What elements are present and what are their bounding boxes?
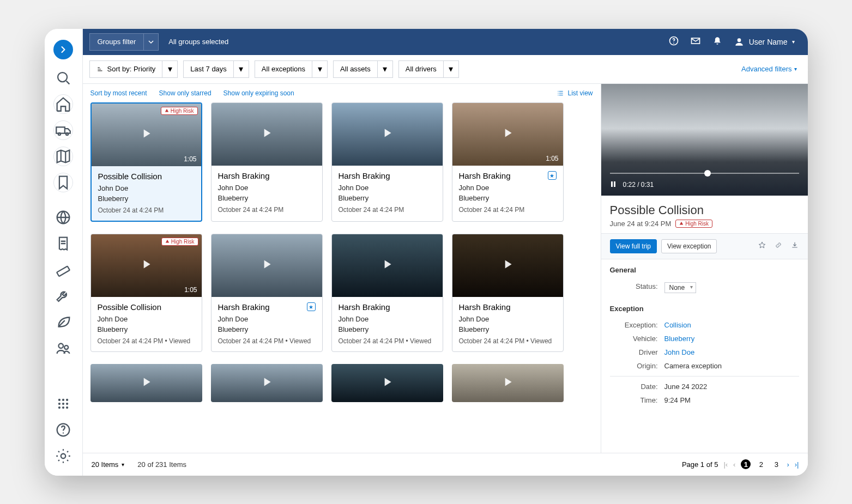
- status-label: Status:: [610, 282, 664, 293]
- page-first[interactable]: |‹: [723, 460, 728, 469]
- people-nav[interactable]: [53, 338, 73, 358]
- exceptions-label: All exceptions: [262, 65, 305, 73]
- card-thumbnail[interactable]: [332, 103, 443, 166]
- page-3[interactable]: 3: [771, 459, 781, 469]
- list-view-toggle[interactable]: List view: [557, 89, 593, 97]
- chevron-down-icon: ▾: [794, 66, 797, 72]
- notifications-button[interactable]: [712, 35, 723, 48]
- card-thumbnail[interactable]: [212, 103, 322, 166]
- chevron-down-icon: ▾: [377, 61, 392, 77]
- card-thumbnail[interactable]: [212, 234, 322, 297]
- general-section: General Status: None: [601, 259, 808, 298]
- bookmark-nav[interactable]: [53, 173, 73, 192]
- card-thumbnail[interactable]: [331, 364, 443, 402]
- card-asset: Blueberry: [459, 193, 557, 204]
- fleet-nav[interactable]: [53, 120, 73, 140]
- receipt-nav[interactable]: [53, 234, 73, 253]
- ruler-nav[interactable]: [53, 260, 73, 280]
- drivers-select[interactable]: All drivers ▾: [398, 60, 459, 78]
- video-seekbar[interactable]: [610, 173, 799, 174]
- link-button[interactable]: [774, 241, 783, 252]
- status-select[interactable]: None: [664, 282, 697, 293]
- date-label: Date:: [610, 382, 664, 391]
- apps-nav[interactable]: [53, 394, 73, 414]
- card-thumbnail[interactable]: [332, 234, 443, 297]
- groups-filter-label[interactable]: Groups filter: [89, 33, 144, 51]
- svg-point-21: [673, 42, 674, 44]
- event-card[interactable]: Harsh BrakingJohn DoeBlueberryOctober 24…: [211, 102, 323, 222]
- play-icon: [380, 257, 394, 274]
- page-2[interactable]: 2: [756, 459, 766, 469]
- seek-knob[interactable]: [704, 170, 711, 177]
- vehicle-value[interactable]: Blueberry: [664, 335, 799, 343]
- download-button[interactable]: [790, 241, 799, 252]
- sort-recent-link[interactable]: Sort by most recent: [90, 89, 147, 97]
- video-player[interactable]: 0:22 / 0:31: [601, 84, 808, 196]
- event-card[interactable]: [211, 364, 323, 402]
- expand-sidebar-button[interactable]: [53, 40, 73, 59]
- event-card[interactable]: 1:05High RiskPossible CollisionJohn DoeB…: [90, 102, 202, 222]
- play-icon: [380, 126, 394, 142]
- gear-icon: [54, 447, 72, 465]
- date-range-select[interactable]: Last 7 days ▾: [183, 60, 249, 78]
- show-expiring-link[interactable]: Show only expiring soon: [223, 89, 294, 97]
- globe-nav[interactable]: [53, 208, 73, 227]
- card-date: October 24 at 4:24 PM • Viewed: [459, 337, 557, 345]
- event-card[interactable]: 1:05High RiskPossible CollisionJohn DoeB…: [90, 234, 202, 352]
- leaf-nav[interactable]: [53, 312, 73, 332]
- assets-select[interactable]: All assets ▾: [333, 60, 393, 78]
- items-per-page[interactable]: 20 Items ▾: [92, 460, 125, 469]
- card-body: Harsh Braking★John DoeBlueberryOctober 2…: [452, 166, 563, 220]
- card-thumbnail[interactable]: [90, 364, 202, 402]
- card-thumbnail[interactable]: [452, 364, 564, 402]
- event-card[interactable]: [90, 364, 202, 402]
- event-card[interactable]: Harsh Braking★John DoeBlueberryOctober 2…: [211, 234, 323, 352]
- star-button[interactable]: [758, 241, 766, 252]
- sort-by-select[interactable]: Sort by: Priority ▾: [89, 60, 178, 78]
- card-thumbnail[interactable]: [452, 234, 563, 297]
- event-card[interactable]: 1:05Harsh Braking★John DoeBlueberryOctob…: [452, 102, 564, 222]
- card-thumbnail[interactable]: 1:05High Risk: [91, 234, 202, 297]
- help-nav[interactable]: [53, 420, 73, 440]
- groups-filter-chevron[interactable]: [143, 33, 159, 51]
- event-card[interactable]: [452, 364, 564, 402]
- video-thumbnail: [601, 84, 808, 196]
- svg-point-14: [58, 406, 61, 408]
- page-last[interactable]: ›|: [795, 460, 799, 469]
- exception-value[interactable]: Collision: [664, 321, 799, 329]
- driver-value[interactable]: John Doe: [664, 348, 799, 356]
- help-button[interactable]: [668, 35, 679, 48]
- home-nav[interactable]: [53, 94, 73, 114]
- event-card[interactable]: Harsh BrakingJohn DoeBlueberryOctober 24…: [331, 234, 443, 352]
- event-card[interactable]: [331, 364, 443, 402]
- messages-button[interactable]: [690, 35, 701, 48]
- star-icon[interactable]: ★: [548, 171, 557, 180]
- map-nav[interactable]: [53, 147, 73, 166]
- page-next[interactable]: ›: [787, 460, 789, 469]
- page-prev[interactable]: ‹: [733, 460, 735, 469]
- detail-title: Possible Collision: [610, 203, 799, 217]
- exceptions-select[interactable]: All exceptions ▾: [255, 60, 328, 78]
- wrench-icon: [54, 287, 72, 305]
- card-thumbnail[interactable]: [211, 364, 323, 402]
- card-thumbnail[interactable]: 1:05High Risk: [92, 104, 201, 166]
- search-nav[interactable]: [53, 68, 73, 88]
- card-grid[interactable]: 1:05High RiskPossible CollisionJohn DoeB…: [83, 102, 601, 453]
- pause-button[interactable]: [610, 181, 617, 189]
- event-card[interactable]: Harsh BrakingJohn DoeBlueberryOctober 24…: [452, 234, 564, 352]
- groups-filter[interactable]: Groups filter: [89, 33, 159, 51]
- wrench-nav[interactable]: [53, 286, 73, 306]
- card-thumbnail[interactable]: 1:05: [452, 103, 563, 166]
- show-starred-link[interactable]: Show only starred: [159, 89, 212, 97]
- view-exception-button[interactable]: View exception: [661, 239, 717, 253]
- settings-nav[interactable]: [53, 446, 73, 466]
- advanced-filters-link[interactable]: Advanced filters ▾: [741, 65, 801, 73]
- page-1[interactable]: 1: [741, 459, 751, 469]
- view-full-trip-button[interactable]: View full trip: [610, 239, 657, 253]
- chevron-down-icon: ▾: [443, 61, 458, 77]
- user-menu[interactable]: User Name ▾: [734, 37, 795, 47]
- event-card[interactable]: Harsh BrakingJohn DoeBlueberryOctober 24…: [331, 102, 443, 222]
- card-driver: John Doe: [218, 183, 316, 193]
- receipt-icon: [54, 234, 72, 253]
- star-icon[interactable]: ★: [307, 302, 316, 311]
